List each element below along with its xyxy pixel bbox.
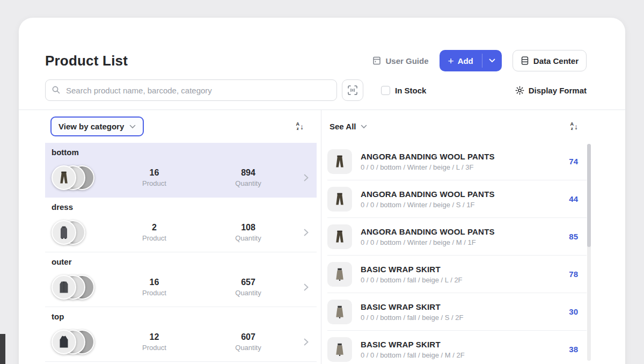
product-thumbnail	[327, 337, 352, 362]
category-product-label: Product	[107, 289, 201, 297]
product-thumbnail	[327, 300, 352, 324]
category-product-label: Product	[107, 344, 201, 352]
category-thumbnails	[52, 165, 107, 190]
product-count: 74	[552, 157, 587, 166]
dress-image	[56, 224, 72, 241]
panel-divider	[321, 110, 321, 364]
product-thumbnail	[327, 262, 352, 287]
skirt-image	[332, 266, 348, 282]
category-product-count: 2	[107, 223, 201, 232]
product-details: 0 / 0 / bottom / fall / beige / S / 2F	[361, 314, 552, 322]
category-quantity-label: Quantity	[201, 179, 295, 187]
category-quantity-count: 894	[201, 168, 295, 178]
see-all-dropdown[interactable]: See All	[330, 122, 367, 131]
pants-image	[332, 229, 348, 245]
display-format-label: Display Format	[529, 86, 587, 95]
product-details: 0 / 0 / bottom / Winter / beige / M / 1F	[361, 238, 552, 246]
category-row[interactable]: bottom 16 Product 894 Quantity	[45, 143, 317, 198]
data-center-button[interactable]: Data Center	[513, 50, 587, 71]
in-stock-checkbox[interactable]	[381, 86, 390, 95]
add-button[interactable]: + Add	[440, 50, 482, 71]
product-thumbnail	[327, 149, 352, 174]
category-panel: View by category Az ↓ bottom 16 Product	[45, 110, 317, 364]
category-thumbnail	[52, 330, 76, 354]
chevron-right-icon	[295, 283, 317, 291]
product-row[interactable]: BASIC WRAP SKIRT 0 / 0 / bottom / fall /…	[327, 293, 587, 331]
category-row[interactable]: top 12 Product 607 Quantity	[45, 307, 317, 362]
barcode-scan-icon	[347, 85, 358, 96]
user-guide-label: User Guide	[385, 56, 428, 65]
search-input[interactable]	[45, 79, 337, 101]
product-row[interactable]: BASIC WRAP SKIRT 0 / 0 / bottom / fall /…	[327, 256, 587, 293]
category-product-count: 16	[107, 278, 201, 287]
search-icon	[52, 85, 61, 97]
product-row[interactable]: ANGORA BANDING WOOL PANTS 0 / 0 / bottom…	[327, 180, 587, 218]
category-thumbnails	[52, 275, 107, 300]
sort-arrow-icon: ↓	[574, 123, 578, 130]
product-row[interactable]: ANGORA BANDING WOOL PANTS 0 / 0 / bottom…	[327, 143, 587, 180]
category-product-label: Product	[107, 179, 201, 187]
add-button-label: Add	[458, 56, 473, 65]
plus-icon: +	[448, 56, 454, 66]
product-thumbnail	[327, 224, 352, 249]
app-window: Product List User Guide + Add	[0, 0, 644, 364]
guide-book-icon	[372, 56, 382, 65]
product-sort-button[interactable]: Az ↓	[570, 122, 579, 131]
product-details: 0 / 0 / bottom / Winter / beige / L / 3F	[361, 163, 552, 171]
category-panel-header: View by category Az ↓	[45, 110, 317, 143]
product-count: 30	[552, 307, 587, 316]
data-center-label: Data Center	[533, 56, 579, 65]
product-row[interactable]: BASIC WRAP SKIRT 0 / 0 / bottom / fall /…	[327, 331, 587, 364]
skirt-image	[332, 341, 348, 358]
see-all-label: See All	[330, 122, 356, 131]
category-quantity-count: 108	[201, 223, 295, 232]
sort-az-icon: Az	[570, 122, 574, 131]
background-edge-strip	[0, 334, 5, 364]
product-details: 0 / 0 / bottom / fall / beige / M / 2F	[361, 351, 552, 359]
search-box	[45, 79, 337, 101]
skirt-image	[332, 304, 348, 320]
scrollbar-thumb[interactable]	[587, 144, 591, 247]
display-format-button[interactable]: Display Format	[515, 86, 587, 95]
category-product-label: Product	[107, 234, 201, 242]
page-header: Product List User Guide + Add	[45, 49, 587, 72]
sort-arrow-icon: ↓	[300, 123, 304, 130]
pants-image	[332, 191, 348, 207]
in-stock-filter[interactable]: In Stock	[381, 86, 426, 95]
chevron-right-icon	[295, 174, 317, 181]
database-icon	[521, 56, 529, 65]
category-row[interactable]: outer 16 Product 657 Quantity	[45, 252, 317, 307]
chevron-down-icon	[489, 59, 495, 63]
jacket-image	[56, 334, 72, 350]
category-name: dress	[52, 202, 73, 212]
product-thumbnail	[327, 187, 352, 212]
add-split-button: + Add	[440, 50, 502, 71]
product-row[interactable]: ANGORA BANDING WOOL PANTS 0 / 0 / bottom…	[327, 218, 587, 256]
product-name: BASIC WRAP SKIRT	[361, 265, 552, 274]
barcode-scan-button[interactable]	[342, 79, 363, 101]
category-thumbnails	[52, 330, 107, 354]
sort-az-icon: Az	[296, 122, 300, 131]
view-by-dropdown[interactable]: View by category	[50, 117, 144, 136]
category-row[interactable]: dress 2 Product 108 Quantity	[45, 198, 317, 252]
category-quantity-count: 657	[201, 278, 295, 287]
category-thumbnail	[52, 275, 76, 300]
add-dropdown-button[interactable]	[482, 50, 502, 71]
category-product-count: 12	[107, 332, 201, 342]
search-toolbar: In Stock Display Format	[45, 79, 587, 101]
product-name: BASIC WRAP SKIRT	[361, 340, 552, 349]
pants-image	[332, 154, 348, 170]
product-count: 38	[552, 345, 587, 354]
user-guide-button[interactable]: User Guide	[372, 56, 428, 65]
category-quantity-label: Quantity	[201, 234, 295, 242]
category-quantity-label: Quantity	[201, 344, 295, 352]
chevron-down-icon	[129, 125, 136, 129]
product-count: 78	[552, 270, 587, 279]
product-panel-header: See All Az ↓	[327, 110, 587, 143]
product-name: BASIC WRAP SKIRT	[361, 302, 552, 311]
category-sort-button[interactable]: Az ↓	[296, 122, 304, 131]
product-details: 0 / 0 / bottom / Winter / beige / S / 1F	[361, 201, 552, 209]
coat-image	[56, 279, 72, 295]
product-name: ANGORA BANDING WOOL PANTS	[361, 152, 552, 161]
category-thumbnail	[52, 165, 76, 190]
